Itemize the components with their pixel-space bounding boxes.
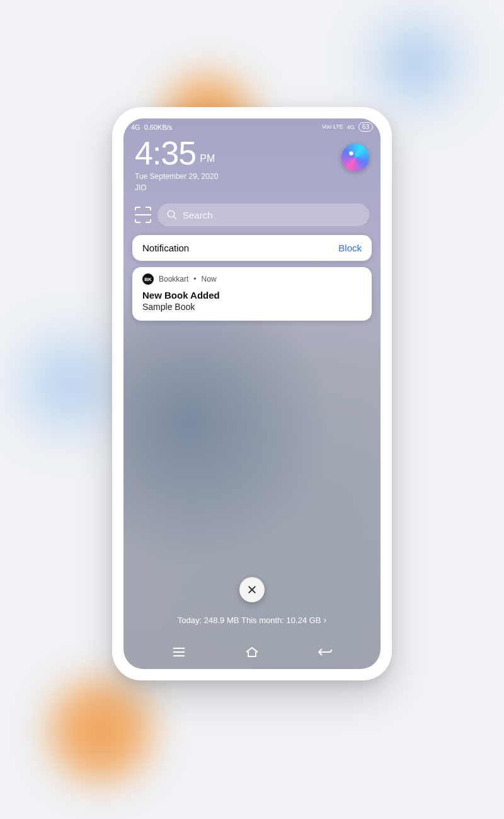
block-button[interactable]: Block bbox=[338, 243, 362, 253]
notification-card[interactable]: BK Bookkart • Now New Book Added Sample … bbox=[132, 267, 372, 321]
battery-icon: 63 bbox=[358, 122, 373, 132]
navigation-bar bbox=[123, 644, 381, 660]
data-usage-row[interactable]: Today: 248.9 MB This month: 10.24 GB › bbox=[123, 615, 381, 625]
volte-icon: Voo LTE bbox=[322, 124, 343, 130]
notification-section-title: Notification bbox=[142, 243, 189, 253]
menu-icon bbox=[171, 646, 186, 658]
bg-decoration bbox=[378, 25, 454, 101]
search-input[interactable]: Search bbox=[158, 203, 369, 226]
data-speed: 0.60KB/s bbox=[144, 123, 173, 131]
data-usage-today-value: 248.9 MB bbox=[204, 616, 239, 625]
data-usage-month-value: 10.24 GB bbox=[287, 616, 321, 625]
notification-header-card: Notification Block bbox=[132, 235, 372, 261]
notification-separator: • bbox=[193, 275, 196, 284]
status-left: 4G 0.60KB/s bbox=[131, 123, 172, 131]
device-frame: 4G 0.60KB/s Voo LTE 4G 63 4:35 PM Tue Se… bbox=[112, 107, 392, 680]
notification-app-name: Bookkart bbox=[159, 275, 188, 284]
svg-line-1 bbox=[173, 216, 176, 219]
clock-ampm: PM bbox=[200, 153, 215, 169]
data-usage-month-label: This month: bbox=[241, 616, 284, 625]
home-button[interactable] bbox=[239, 644, 265, 660]
notification-meta: BK Bookkart • Now bbox=[142, 273, 362, 285]
home-icon bbox=[244, 646, 260, 658]
network-gen: 4G bbox=[347, 124, 355, 130]
notification-app-icon: BK bbox=[142, 273, 154, 285]
notification-title: New Book Added bbox=[142, 290, 362, 301]
bg-decoration bbox=[25, 340, 113, 428]
chevron-right-icon: › bbox=[324, 615, 327, 625]
clock-date: Tue September 29, 2020 bbox=[135, 172, 369, 181]
recent-apps-button[interactable] bbox=[166, 644, 192, 660]
clear-notifications-button[interactable] bbox=[239, 577, 265, 602]
close-icon bbox=[246, 584, 258, 595]
phone-screen: 4G 0.60KB/s Voo LTE 4G 63 4:35 PM Tue Se… bbox=[123, 118, 381, 669]
jovi-assistant-icon[interactable] bbox=[341, 144, 369, 171]
data-usage-today-label: Today: bbox=[178, 616, 202, 625]
notification-time: Now bbox=[202, 275, 217, 284]
network-type-icon: 4G bbox=[131, 123, 140, 131]
clock-time: 4:35 bbox=[135, 137, 196, 169]
back-icon bbox=[317, 647, 333, 657]
svg-point-0 bbox=[168, 210, 175, 217]
lockscreen-header: 4:35 PM Tue September 29, 2020 JIO bbox=[123, 133, 381, 195]
status-right: Voo LTE 4G 63 bbox=[322, 122, 373, 132]
back-button[interactable] bbox=[312, 644, 338, 660]
status-bar: 4G 0.60KB/s Voo LTE 4G 63 bbox=[123, 118, 381, 133]
scan-icon[interactable] bbox=[135, 207, 151, 223]
bg-decoration bbox=[50, 680, 151, 781]
notification-body: Sample Book bbox=[142, 302, 362, 312]
search-icon bbox=[166, 209, 178, 220]
carrier-label: JIO bbox=[135, 183, 369, 192]
search-placeholder: Search bbox=[183, 210, 213, 220]
